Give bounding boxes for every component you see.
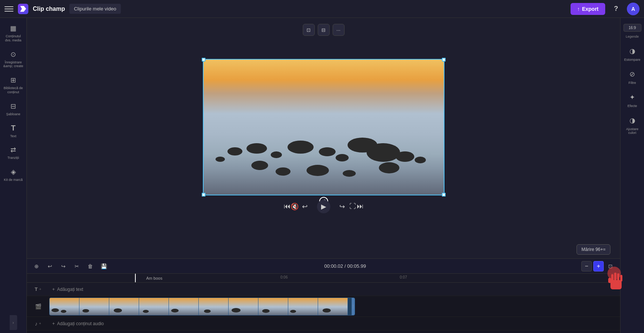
- help-button[interactable]: ?: [610, 3, 622, 15]
- sidebar-item-media[interactable]: ▦ Conținutul dvs. media: [1, 21, 25, 45]
- clip-thumb-7: [229, 298, 258, 315]
- zoom-in-button[interactable]: +: [593, 261, 604, 271]
- play-button[interactable]: ▶: [317, 200, 330, 213]
- sidebar-label-text: Text: [10, 134, 16, 138]
- time-total: 00:05.99: [347, 263, 366, 269]
- text-track-row: T + + Adăugați text: [27, 283, 620, 296]
- corner-handle-tl[interactable]: [202, 58, 205, 62]
- sidebar-expand-button[interactable]: ›: [10, 315, 17, 330]
- more-tool-button[interactable]: ···: [333, 24, 345, 36]
- top-bar: Clip champ Clipurile mele video Export ?…: [0, 0, 644, 18]
- clip-end-handle[interactable]: ⋮: [352, 298, 355, 315]
- sidebar-item-transitions[interactable]: ⇄ Tranziții: [1, 142, 25, 163]
- redo-button[interactable]: ↪: [58, 261, 69, 271]
- clip-thumb-8: [258, 298, 288, 315]
- nav-tab-my-videos[interactable]: Clipurile mele video: [69, 4, 120, 14]
- magnet-button[interactable]: ⊕: [31, 261, 42, 271]
- zoom-out-button[interactable]: −: [581, 261, 592, 271]
- aspect-ratio-badge[interactable]: 16:9: [623, 24, 641, 32]
- time-separator: /: [345, 263, 347, 269]
- crop-tool-button[interactable]: ⊡: [303, 24, 315, 36]
- color-icon: ◑: [627, 115, 638, 126]
- clip-thumb-5: [169, 298, 199, 315]
- scissors-button[interactable]: ✂: [72, 261, 82, 271]
- clip-thumb-6: [199, 298, 229, 315]
- add-audio-button[interactable]: + Adăugați conținut audio: [49, 320, 620, 328]
- captions-badge[interactable]: Legende: [626, 35, 639, 38]
- sidebar-item-text[interactable]: T Text: [1, 121, 25, 141]
- sidebar-item-record[interactable]: ⊙ Înregistrare &amp; create: [1, 47, 25, 72]
- corner-handle-bl[interactable]: [202, 193, 205, 197]
- brand-icon: ◈: [9, 167, 18, 176]
- delete-button[interactable]: 🗑: [85, 261, 95, 271]
- left-sidebar: ▦ Conținutul dvs. media ⊙ Înregistrare &…: [0, 18, 27, 333]
- center-area: ⊡ ⊟ ···: [27, 18, 620, 333]
- clip-thumb-9: [288, 298, 318, 315]
- sidebar-label-record: Înregistrare &amp; create: [3, 60, 24, 69]
- audio-track-row: ♪ + + Adăugați conținut audio: [27, 317, 620, 330]
- forward-button[interactable]: ↪: [336, 201, 348, 213]
- fullscreen-button[interactable]: ⛶: [347, 201, 359, 213]
- sidebar-label-brand: Kit de marcă: [4, 178, 23, 182]
- sidebar-label-templates: Șabloane: [6, 112, 20, 116]
- preview-toolbar: ⊡ ⊟ ···: [303, 24, 345, 36]
- right-tool-stamp[interactable]: ◑ Estompare: [623, 43, 642, 65]
- app-title: Clip champ: [33, 6, 65, 12]
- corner-handle-tr[interactable]: [442, 58, 446, 62]
- clip-thumb-1: [50, 298, 79, 315]
- undo-button[interactable]: ↩: [45, 261, 55, 271]
- corner-handle-br[interactable]: [442, 193, 446, 197]
- video-preview-area: ⊡ ⊟ ···: [27, 18, 620, 258]
- zoom-tooltip: Mărire 96+=: [577, 244, 610, 255]
- export-button[interactable]: Export: [571, 3, 605, 15]
- effects-icon: ✦: [627, 92, 638, 103]
- aspect-tool-button[interactable]: ⊟: [318, 24, 330, 36]
- media-icon: ▦: [9, 24, 18, 33]
- tracks-area: Am boos 0:06 0:07 T +: [27, 274, 620, 333]
- top-bar-right: Export ? A: [571, 3, 640, 15]
- fit-button[interactable]: ⊡: [605, 261, 616, 271]
- clip-thumb-10: [318, 298, 348, 315]
- right-tool-color[interactable]: ◑ Ajustare culori: [623, 112, 642, 138]
- sidebar-label-content: Bibliotecă de conținut: [3, 86, 24, 94]
- sidebar-label-media: Conținutul dvs. media: [3, 34, 24, 43]
- sidebar-label-transitions: Tranziții: [7, 156, 19, 160]
- clip-thumb-4: [139, 298, 169, 315]
- time-display: 00:00.02 / 00:05.99: [324, 263, 366, 269]
- sidebar-item-content[interactable]: ⊞ Bibliotecă de conținut: [1, 73, 25, 97]
- playback-controls: 🔇 ⏮ ↩ ▶ ↪ ⏭ ⛶: [281, 195, 366, 218]
- clip-title-label: Am boos: [146, 276, 162, 280]
- content-icon: ⊞: [9, 76, 18, 85]
- sidebar-item-templates[interactable]: ⊟ Șabloane: [1, 99, 25, 119]
- filters-icon: ⊘: [627, 69, 638, 79]
- zoom-controls: − + ⊡: [581, 261, 616, 271]
- effects-label: Efecte: [628, 104, 637, 108]
- mute-button[interactable]: 🔇: [289, 201, 301, 213]
- audio-track-content[interactable]: + Adăugați conținut audio: [49, 320, 620, 328]
- main-area: ▦ Conținutul dvs. media ⊙ Înregistrare &…: [0, 18, 644, 333]
- sidebar-item-brand[interactable]: ◈ Kit de marcă: [1, 164, 25, 185]
- video-clip[interactable]: ⋮: [49, 298, 355, 315]
- text-track-content[interactable]: + Adăugați text: [49, 285, 620, 293]
- hamburger-menu[interactable]: [4, 4, 13, 13]
- timeline-toolbar: ⊕ ↩ ↪ ✂ 🗑 💾 00:00.02 / 00:05.99 − + ⊡: [27, 259, 620, 274]
- marker-0-06: 0:06: [280, 275, 288, 279]
- video-frame: [204, 60, 444, 195]
- timeline-area: ⊕ ↩ ↪ ✂ 🗑 💾 00:00.02 / 00:05.99 − + ⊡: [27, 258, 620, 333]
- rewind-button[interactable]: ↩: [299, 201, 311, 213]
- clip-thumb-3: [109, 298, 139, 315]
- timeline-cursor: [135, 274, 136, 282]
- transitions-icon: ⇄: [9, 145, 18, 154]
- right-tool-effects[interactable]: ✦ Efecte: [623, 89, 642, 111]
- text-icon: T: [9, 124, 18, 133]
- clip-thumb-2: [79, 298, 109, 315]
- time-current: 00:00.02: [324, 263, 343, 269]
- video-track-content[interactable]: ⋮: [49, 296, 620, 317]
- video-track-label: 🎬: [27, 302, 49, 311]
- save-button[interactable]: 💾: [98, 261, 109, 271]
- avatar-button[interactable]: A: [627, 3, 640, 15]
- right-sidebar: 16:9 Legende ◑ Estompare ⊘ Filtre ✦ Efec…: [620, 18, 644, 333]
- add-text-button[interactable]: + Adăugați text: [49, 285, 620, 293]
- right-tool-filters[interactable]: ⊘ Filtre: [623, 66, 642, 88]
- video-canvas: ↺: [203, 59, 444, 195]
